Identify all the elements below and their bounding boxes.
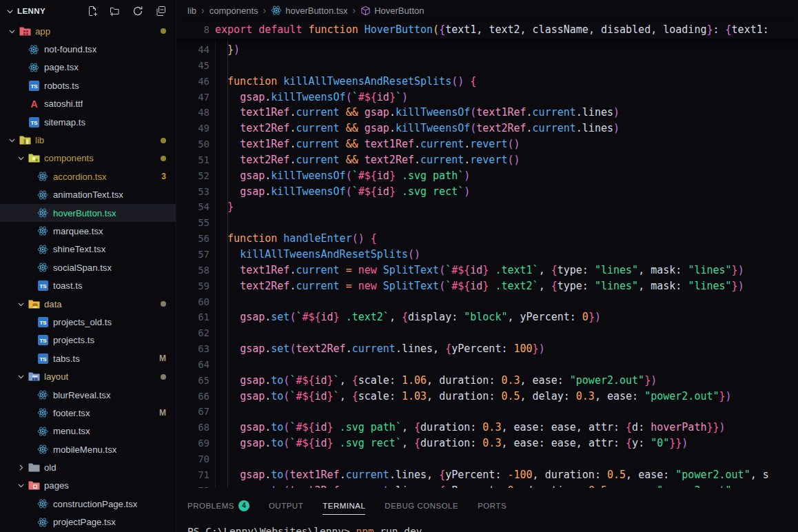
code-line-48[interactable]: 48 text1Ref.current && gsap.killTweensOf… <box>176 105 798 121</box>
tree-item-blurReveal-tsx[interactable]: blurReveal.tsx <box>0 386 176 404</box>
code-line-64[interactable]: 64 <box>176 357 798 373</box>
code-line-65[interactable]: 65 gsap.to(`#${id}`, {scale: 1.06, durat… <box>176 373 798 389</box>
folder-components-icon <box>27 153 41 163</box>
tree-item-animationText-tsx[interactable]: animationText.tsx <box>0 186 176 204</box>
tree-item-shineText-tsx[interactable]: shineText.tsx <box>0 241 176 258</box>
svg-text:TS: TS <box>39 356 47 362</box>
tree-item-projectPage-tsx[interactable]: projectPage.tsx <box>0 513 176 531</box>
chevron-down-icon <box>14 300 27 309</box>
breadcrumb-item-components[interactable]: components <box>209 6 258 16</box>
code-line-60[interactable]: 60 <box>176 294 798 310</box>
code-line-53[interactable]: 53 gsap.killTweensOf(`#${id} .svg rect`) <box>176 184 798 200</box>
git-status-dot <box>161 299 166 309</box>
terminal-output[interactable]: PS C:\Lenny\Websites\lenny> npm run dev <box>187 526 422 532</box>
tree-item-not-found-tsx[interactable]: not-found.tsx <box>0 40 176 58</box>
tree-item-satoshi-ttf[interactable]: Asatoshi.ttf <box>0 95 176 113</box>
tree-item-label: marquee.tsx <box>53 226 103 236</box>
tree-item-accordion-tsx[interactable]: accordion.tsx3 <box>0 167 176 185</box>
ts-icon: TS <box>36 335 50 345</box>
code-line-66[interactable]: 66 gsap.to(`#${id}`, {scale: 1.03, durat… <box>176 389 798 405</box>
tree-item-pages[interactable]: pages <box>0 477 176 495</box>
breadcrumb-item-lib[interactable]: lib <box>187 6 196 16</box>
code-line-71[interactable]: 71 gsap.to(text1Ref.current.lines, {yPer… <box>176 467 798 483</box>
tree-item-lib[interactable]: lib <box>0 131 176 149</box>
code-line-67[interactable]: 67 <box>176 404 798 420</box>
svg-text:TS: TS <box>39 283 47 289</box>
code-line-63[interactable]: 63 gsap.set(text2Ref.current.lines, {yPe… <box>176 341 798 357</box>
line-number: 65 <box>176 373 209 389</box>
line-number: 44 <box>176 42 209 58</box>
code-line-49[interactable]: 49 text2Ref.current && gsap.killTweensOf… <box>176 121 798 136</box>
tree-item-data[interactable]: data <box>0 295 176 313</box>
code-line-52[interactable]: 52 gsap.killTweensOf(`#${id} .svg path`) <box>176 168 798 184</box>
tree-item-page-tsx[interactable]: page.tsx <box>0 59 176 76</box>
code-line-72[interactable]: 72 gsap.to(text2Ref.current.lines, {yPer… <box>176 483 798 488</box>
react-icon <box>36 407 50 418</box>
code-line-44[interactable]: 44 }) <box>176 42 798 58</box>
code-line-70[interactable]: 70 <box>176 451 798 467</box>
tree-item-footer-tsx[interactable]: footer.tsxM <box>0 404 176 422</box>
ts-icon: TS <box>36 317 50 327</box>
code-line-59[interactable]: 59 text2Ref.current = new SplitText(`#${… <box>176 278 798 294</box>
code-text: gsap.to(`#${id}`, {scale: 1.06, duration… <box>215 373 657 389</box>
tree-item-label: hoverButton.tsx <box>53 208 116 218</box>
code-line-61[interactable]: 61 gsap.set(`#${id} .text2`, {display: "… <box>176 309 798 325</box>
tree-item-menu-tsx[interactable]: menu.tsx <box>0 422 176 440</box>
panel-tab-terminal[interactable]: TERMINAL <box>323 502 365 515</box>
tree-item-robots-ts[interactable]: TSrobots.ts <box>0 76 176 94</box>
code-line-69[interactable]: 69 gsap.to(`#${id} .svg rect`, {duration… <box>176 436 798 451</box>
new-file-icon[interactable] <box>86 6 98 17</box>
code-line-46[interactable]: 46 function killAllTweensAndResetSplits(… <box>176 74 798 90</box>
breadcrumb-item-hoverbutton-tsx[interactable]: hoverButton.tsx <box>271 5 347 16</box>
tree-item-projects-old-ts[interactable]: TSprojects_old.ts <box>0 313 176 331</box>
code-line-55[interactable]: 55 <box>176 215 798 231</box>
code-line-47[interactable]: 47 gsap.killTweensOf(`#${id}`) <box>176 90 798 105</box>
code-line-45[interactable]: 45 <box>176 58 798 74</box>
refresh-explorer-icon[interactable] <box>132 6 143 17</box>
code-line-54[interactable]: 54 } <box>176 199 798 215</box>
panel-tab-debug-console[interactable]: DEBUG CONSOLE <box>385 502 458 515</box>
code-line-56[interactable]: 56 function handleEnter() { <box>176 231 798 247</box>
tree-item-sitemap-ts[interactable]: TSsitemap.ts <box>0 113 176 131</box>
code-line-68[interactable]: 68 gsap.to(`#${id} .svg path`, {duration… <box>176 420 798 436</box>
code-viewport[interactable]: 44 })4546 function killAllTweensAndReset… <box>176 40 798 488</box>
panel-tab-output[interactable]: OUTPUT <box>269 502 303 515</box>
code-line-51[interactable]: 51 text2Ref.current && text2Ref.current.… <box>176 152 798 168</box>
react-icon <box>36 262 50 273</box>
code-line-57[interactable]: 57 killAllTweensAndResetSplits() <box>176 247 798 263</box>
git-modified-badge: M <box>159 354 166 363</box>
code-line-58[interactable]: 58 text1Ref.current = new SplitText(`#${… <box>176 263 798 278</box>
tree-item-layout[interactable]: layout <box>0 367 176 385</box>
tree-item-marquee-tsx[interactable]: marquee.tsx <box>0 222 176 240</box>
svg-text:TS: TS <box>30 120 38 126</box>
tree-item-label: shineText.tsx <box>53 244 105 254</box>
explorer-section-header[interactable]: LENNY <box>0 0 176 22</box>
tree-item-mobileMenu-tsx[interactable]: mobileMenu.tsx <box>0 440 176 458</box>
tree-item-constructionPage-tsx[interactable]: constructionPage.tsx <box>0 495 176 513</box>
breadcrumb-item-hoverbutton[interactable]: HoverButton <box>360 6 424 16</box>
tree-item-old[interactable]: old <box>0 458 176 476</box>
panel-tab-label: TERMINAL <box>323 502 365 510</box>
tree-item-projects-ts[interactable]: TSprojects.ts <box>0 331 176 349</box>
sticky-scroll-line[interactable]: 8export default function HoverButton({te… <box>176 21 798 39</box>
tree-item-label: projectPage.tsx <box>53 517 116 527</box>
tree-item-app[interactable]: app <box>0 22 176 40</box>
code-line-50[interactable]: 50 text1Ref.current && text1Ref.current.… <box>176 136 798 152</box>
code-text: gsap.to(text1Ref.current.lines, {yPercen… <box>215 467 769 483</box>
tree-item-socialSpan-tsx[interactable]: socialSpan.tsx <box>0 258 176 276</box>
react-icon <box>36 389 50 400</box>
panel-tab-problems[interactable]: PROBLEMS4 <box>187 500 249 516</box>
tree-item-toast-ts[interactable]: TStoast.ts <box>0 276 176 294</box>
panel-tab-label: OUTPUT <box>269 502 303 510</box>
code-line-62[interactable]: 62 <box>176 325 798 341</box>
tree-item-tabs-ts[interactable]: TStabs.tsM <box>0 349 176 367</box>
new-folder-icon[interactable] <box>109 6 121 17</box>
react-icon <box>36 190 50 201</box>
code-text: function killAllTweensAndResetSplits() { <box>215 74 476 90</box>
collapse-folders-icon[interactable] <box>154 6 166 17</box>
code-line-8[interactable]: 8export default function HoverButton({te… <box>176 22 798 38</box>
tree-item-components[interactable]: components <box>0 150 176 167</box>
tree-item-hoverButton-tsx[interactable]: hoverButton.tsx <box>0 204 176 222</box>
panel-tab-ports[interactable]: PORTS <box>478 502 507 515</box>
git-status-dot <box>161 154 166 163</box>
